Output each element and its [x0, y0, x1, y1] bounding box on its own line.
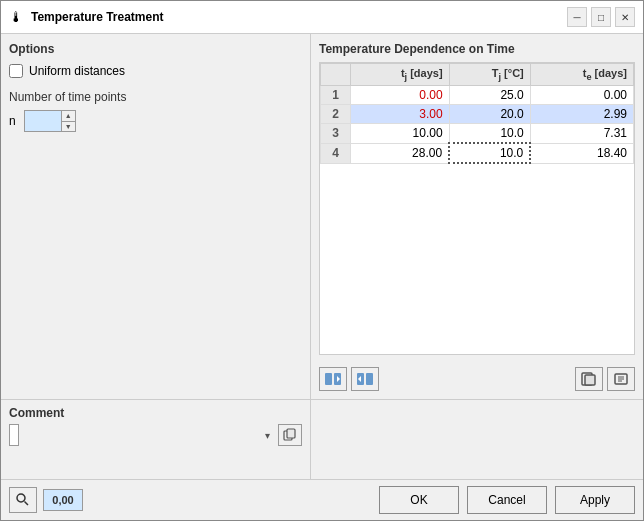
row-Tj-3[interactable]: 10.0	[449, 124, 530, 144]
table-row: 1 0.00 25.0 0.00	[321, 86, 634, 105]
svg-rect-0	[325, 373, 332, 385]
row-te-3[interactable]: 7.31	[530, 124, 633, 144]
n-value-input[interactable]: 4	[25, 111, 61, 131]
spinner-down[interactable]: ▼	[62, 122, 75, 132]
options-label: Options	[9, 42, 302, 56]
copy-table-icon	[581, 372, 597, 386]
row-index-1: 1	[321, 86, 351, 105]
row-index-2: 2	[321, 105, 351, 124]
temperature-table-container: tj [days] Tj [°C] te [days] 1 0.00 25.0 …	[319, 62, 635, 355]
title-bar-buttons: ─ □ ✕	[567, 7, 635, 27]
row-tj-4[interactable]: 28.00	[351, 143, 450, 163]
copy-table-button[interactable]	[575, 367, 603, 391]
comment-select[interactable]	[9, 424, 19, 446]
n-input-row: n 4 ▲ ▼	[9, 110, 302, 132]
row-te-4[interactable]: 18.40	[530, 143, 633, 163]
row-index-3: 3	[321, 124, 351, 144]
col-tj: tj [days]	[351, 64, 450, 86]
title-bar: 🌡 Temperature Treatment ─ □ ✕	[1, 1, 643, 34]
cancel-button[interactable]: Cancel	[467, 486, 547, 514]
remove-row-icon	[357, 372, 373, 386]
num-points-label: Number of time points	[9, 90, 126, 104]
comment-select-wrapper	[9, 424, 274, 446]
row-tj-1[interactable]: 0.00	[351, 86, 450, 105]
uniform-distances-label: Uniform distances	[29, 64, 125, 78]
comment-panel: Comment	[1, 399, 643, 479]
search-button[interactable]	[9, 487, 37, 513]
svg-rect-4	[366, 373, 373, 385]
row-Tj-4[interactable]: 10.0	[449, 143, 530, 163]
col-index	[321, 64, 351, 86]
paste-table-button[interactable]	[607, 367, 635, 391]
svg-rect-7	[585, 375, 595, 385]
maximize-button[interactable]: □	[591, 7, 611, 27]
search-icon	[15, 492, 31, 508]
main-window: 🌡 Temperature Treatment ─ □ ✕ Options Un…	[0, 0, 644, 521]
uniform-distances-checkbox[interactable]	[9, 64, 23, 78]
close-button[interactable]: ✕	[615, 7, 635, 27]
spinner-up[interactable]: ▲	[62, 111, 75, 122]
row-tj-3[interactable]: 10.00	[351, 124, 450, 144]
row-tj-2[interactable]: 3.00	[351, 105, 450, 124]
right-panel: Temperature Dependence on Time tj [days]…	[311, 34, 643, 399]
comment-label: Comment	[9, 406, 302, 420]
comment-right	[311, 400, 643, 479]
apply-button[interactable]: Apply	[555, 486, 635, 514]
row-te-1[interactable]: 0.00	[530, 86, 633, 105]
add-row-icon	[325, 372, 341, 386]
bottom-bar: 0,00 OK Cancel Apply	[1, 479, 643, 520]
temperature-table-title: Temperature Dependence on Time	[319, 42, 635, 56]
table-row: 2 3.00 20.0 2.99	[321, 105, 634, 124]
n-label: n	[9, 114, 16, 128]
value-display: 0,00	[43, 489, 83, 511]
table-toolbar	[319, 367, 379, 391]
row-Tj-2[interactable]: 20.0	[449, 105, 530, 124]
num-points-row: Number of time points	[9, 90, 302, 104]
row-Tj-1[interactable]: 25.0	[449, 86, 530, 105]
ok-button[interactable]: OK	[379, 486, 459, 514]
col-te: te [days]	[530, 64, 633, 86]
col-Tj: Tj [°C]	[449, 64, 530, 86]
uniform-distances-row: Uniform distances	[9, 64, 302, 78]
copy-icon	[283, 428, 297, 442]
table-row: 3 10.00 10.0 7.31	[321, 124, 634, 144]
remove-row-button[interactable]	[351, 367, 379, 391]
row-te-2[interactable]: 2.99	[530, 105, 633, 124]
row-index-4: 4	[321, 143, 351, 163]
table-row: 4 28.00 10.0 18.40	[321, 143, 634, 163]
svg-line-15	[25, 502, 29, 506]
window-title: Temperature Treatment	[31, 10, 567, 24]
left-panel: Options Uniform distances Number of time…	[1, 34, 311, 399]
add-row-button[interactable]	[319, 367, 347, 391]
n-spinner[interactable]: 4 ▲ ▼	[24, 110, 76, 132]
bottom-right: OK Cancel Apply	[379, 486, 635, 514]
table-header-row: tj [days] Tj [°C] te [days]	[321, 64, 634, 86]
comment-left: Comment	[1, 400, 311, 479]
temperature-table: tj [days] Tj [°C] te [days] 1 0.00 25.0 …	[320, 63, 634, 164]
svg-rect-13	[287, 429, 295, 438]
comment-input-row	[9, 424, 302, 446]
minimize-button[interactable]: ─	[567, 7, 587, 27]
main-content: Options Uniform distances Number of time…	[1, 34, 643, 399]
svg-point-14	[17, 494, 25, 502]
bottom-left: 0,00	[9, 487, 83, 513]
paste-table-icon	[613, 372, 629, 386]
comment-copy-button[interactable]	[278, 424, 302, 446]
window-icon: 🌡	[9, 9, 25, 25]
right-bottom-btns	[575, 367, 635, 391]
spinner-arrows: ▲ ▼	[61, 111, 75, 131]
